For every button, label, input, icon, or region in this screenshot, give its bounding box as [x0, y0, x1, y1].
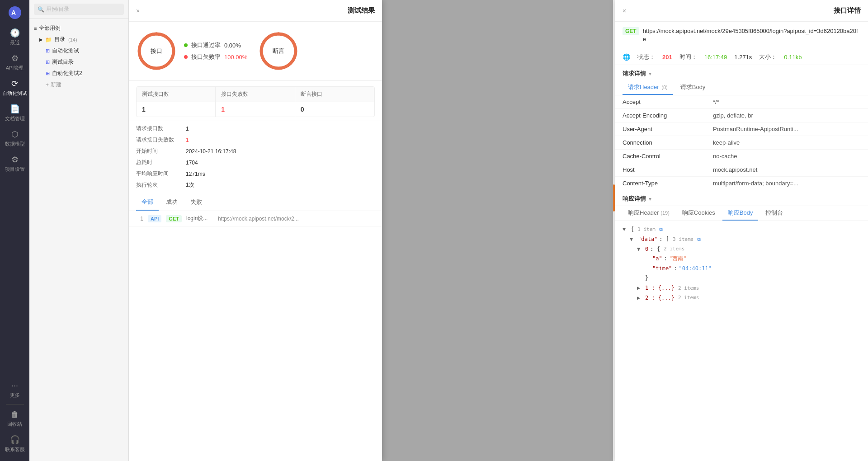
json-item-2-key: 2 : {...}	[645, 293, 675, 303]
json-time-value: "04:40:11"	[679, 264, 712, 274]
size-value: 0.11kb	[784, 54, 802, 61]
fail-rate-value: 100.00%	[224, 54, 247, 61]
json-expand-0[interactable]: ▼	[637, 245, 643, 254]
json-a-key: "a" : "西南"	[623, 254, 861, 264]
pass-dot	[184, 43, 188, 47]
sidebar-item-trash[interactable]: 🗑 回收站	[0, 406, 29, 431]
table-header-1: 接口失败数	[216, 87, 295, 102]
directory-item[interactable]: ▶ 📁 目录 (14)	[29, 34, 128, 45]
search-box[interactable]: 🔍 用例/目录	[34, 4, 124, 15]
test-results-close-button[interactable]: ×	[136, 7, 140, 14]
json-item-0-key: 0	[645, 245, 648, 254]
info-label-2: 开始时间	[136, 147, 186, 155]
response-header-label: 响应Header	[628, 209, 659, 216]
json-data-key-label: "data"	[638, 235, 657, 245]
json-item-1-count: 2 items	[678, 284, 699, 293]
sidebar-item-automation-label: 自动化测试	[2, 90, 27, 97]
sidebar: A 🕐 最近 ⚙ API管理 ⟳ 自动化测试 📄 文档管理 ⬡ 数据模型 ⚙ 项…	[0, 0, 29, 461]
case-label-2: 测试目录	[52, 58, 74, 66]
response-cookies-tab[interactable]: 响应Cookies	[677, 206, 721, 221]
response-header-tab[interactable]: 响应Header (19)	[623, 206, 675, 221]
console-tab[interactable]: 控制台	[760, 206, 788, 221]
fail-rate-row: 接口失败率 100.00%	[184, 53, 247, 61]
case-item-3[interactable]: ⊞ 自动化测试2	[29, 68, 128, 79]
pass-rate-label: 接口通过率	[191, 41, 221, 49]
response-details-label: 响应详情	[623, 195, 646, 203]
request-header-tab[interactable]: 请求Header (8)	[623, 80, 673, 95]
sidebar-item-api[interactable]: ⚙ API管理	[0, 50, 29, 75]
result-name-0: login设...	[186, 215, 213, 222]
duration-value: 1.271s	[734, 54, 752, 61]
response-body-tab[interactable]: 响应Body	[722, 206, 759, 221]
header-key-5: Host	[623, 166, 713, 173]
right-panel-header: × 接口详情	[615, 0, 868, 22]
response-details-section: 响应详情 ▾	[615, 190, 868, 206]
header-value-0: */*	[713, 99, 861, 105]
json-copy-icon[interactable]: ⧉	[659, 225, 663, 234]
request-body-tab[interactable]: 请求Body	[675, 80, 711, 95]
recent-icon: 🕐	[10, 28, 20, 38]
header-row-6: Content-Type multipart/form-data; bounda…	[615, 177, 868, 190]
json-copy-data-icon[interactable]: ⧉	[697, 235, 701, 244]
sidebar-item-more[interactable]: ··· 更多	[0, 377, 29, 402]
json-expand-data[interactable]: ▼	[630, 235, 636, 245]
support-icon: 🎧	[10, 435, 20, 445]
pass-rate-row: 接口通过率 0.00%	[184, 41, 247, 49]
time-value: 16:17:49	[704, 54, 727, 61]
info-label-4: 平均响应时间	[136, 170, 186, 178]
globe-icon: 🌐	[623, 53, 630, 61]
result-num-0: 1	[136, 216, 143, 222]
data-table: 测试接口数 接口失败数 断言接口 1 1 0	[129, 81, 382, 121]
json-time-key: "time" : "04:40:11"	[623, 264, 861, 274]
case-icon-2: ⊞	[46, 59, 50, 65]
sidebar-item-docs[interactable]: 📄 文档管理	[0, 100, 29, 126]
more-icon: ···	[11, 381, 18, 390]
result-tabs: 全部 成功 失败	[129, 194, 382, 211]
info-value-3: 1704	[186, 160, 198, 166]
json-expand-1[interactable]: ▶	[637, 283, 643, 293]
new-case-button[interactable]: + 新建	[29, 79, 128, 90]
sidebar-item-automation[interactable]: ⟳ 自动化测试	[0, 75, 29, 100]
sidebar-item-data-label: 数据模型	[5, 141, 25, 147]
sidebar-item-settings[interactable]: ⚙ 项目设置	[0, 151, 29, 176]
sidebar-item-more-label: 更多	[10, 392, 20, 399]
json-a-key-label: "a"	[652, 254, 662, 264]
test-results-modal: × 测试结果 接口 接口通过率 0.	[129, 0, 382, 461]
case-icon-1: ⊞	[46, 48, 50, 54]
tab-failure[interactable]: 失败	[185, 194, 208, 211]
json-item-2-count: 2 items	[678, 293, 699, 302]
sidebar-item-recent[interactable]: 🕐 最近	[0, 24, 29, 50]
time-label: 时间：	[679, 53, 697, 61]
cases-icon: ≡	[34, 26, 37, 31]
info-row-1: 请求接口失败数 1	[136, 134, 375, 146]
interface-details-close-button[interactable]: ×	[623, 7, 626, 14]
new-case-label: 新建	[51, 81, 61, 89]
info-value-2: 2024-10-21 16:17:48	[186, 148, 236, 155]
info-label-3: 总耗时	[136, 159, 186, 166]
json-expand-2[interactable]: ▶	[637, 293, 643, 303]
tab-success[interactable]: 成功	[160, 194, 183, 211]
header-key-3: Connection	[623, 139, 713, 146]
json-root: ▼ { 1 item ⧉	[623, 225, 861, 235]
left-panel: 🔍 用例/目录 ≡ 全部用例 ▶ 📁 目录 (14) ⊞ 自动化测试 ⊞ 测试目…	[29, 0, 129, 461]
json-item-2: ▶ 2 : {...} 2 items	[623, 293, 861, 303]
search-icon: 🔍	[38, 6, 44, 13]
all-cases-item[interactable]: ≡ 全部用例	[29, 23, 128, 34]
sidebar-item-settings-label: 项目设置	[5, 166, 25, 173]
header-value-2: PostmanRuntime-ApipostRunti...	[713, 126, 861, 132]
case-item-1[interactable]: ⊞ 自动化测试	[29, 45, 128, 56]
json-expand-root[interactable]: ▼	[623, 225, 629, 235]
test-results-header: × 测试结果	[129, 0, 382, 22]
docs-icon: 📄	[10, 104, 20, 114]
case-item-2[interactable]: ⊞ 测试目录	[29, 56, 128, 68]
response-tabs: 响应Header (19) 响应Cookies 响应Body 控制台	[615, 206, 868, 221]
json-data-count: 3 items	[673, 235, 693, 244]
request-sub-tabs: 请求Header (8) 请求Body	[615, 80, 868, 95]
result-row-0[interactable]: 1 API GET login设... https://mock.apipost…	[129, 211, 382, 226]
tab-all[interactable]: 全部	[136, 194, 159, 211]
case-label-1: 自动化测试	[52, 47, 79, 55]
sidebar-item-support[interactable]: 🎧 联系客服	[0, 431, 29, 456]
chevron-right-icon: ▶	[39, 37, 43, 42]
info-value-1: 1	[186, 137, 189, 143]
sidebar-item-data[interactable]: ⬡ 数据模型	[0, 126, 29, 151]
